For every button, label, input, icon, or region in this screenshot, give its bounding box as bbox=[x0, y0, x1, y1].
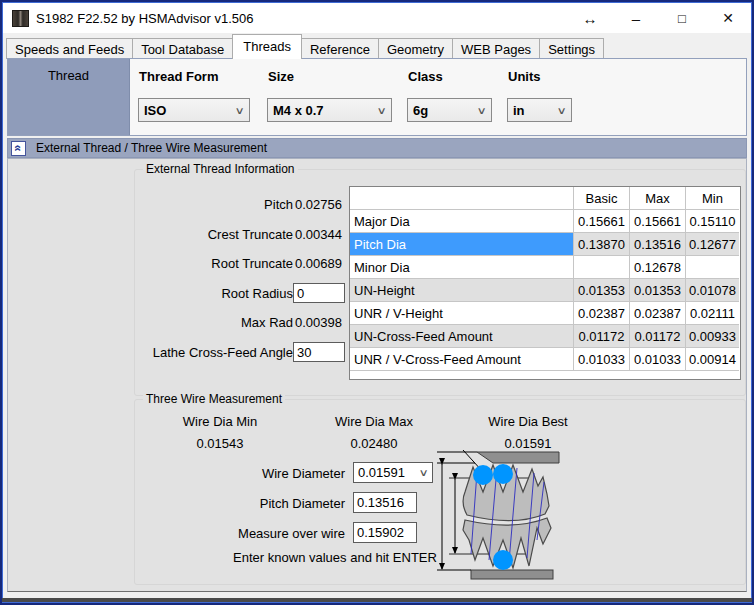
table-cell bbox=[686, 256, 739, 279]
units-select[interactable]: in ∨ bbox=[507, 98, 572, 122]
table-row-pitch-dia[interactable]: Pitch Dia bbox=[350, 233, 574, 256]
thread-panel-label: Thread bbox=[8, 59, 130, 135]
wire-dia-best-label: Wire Dia Best bbox=[453, 414, 603, 429]
lathe-angle-input[interactable] bbox=[293, 342, 345, 362]
size-value: M4 x 0.7 bbox=[273, 103, 324, 118]
table-cell: 0.15661 bbox=[574, 210, 630, 233]
wire-dia-min-value: 0.01543 bbox=[145, 436, 295, 451]
app-icon bbox=[12, 10, 29, 27]
wire-bottom bbox=[493, 550, 513, 570]
thread-panel: Thread Thread Form ISO ∨ Size M4 x 0.7 ∨… bbox=[7, 58, 747, 136]
root-truncate-value: 0.00689 bbox=[295, 256, 342, 271]
thread-dimensions-table: Basic Max Min Major Dia 0.15661 0.15661 … bbox=[349, 186, 741, 380]
table-header-max: Max bbox=[630, 187, 686, 210]
max-rad-label: Max Rad bbox=[241, 315, 293, 330]
chevron-down-icon: ∨ bbox=[418, 467, 428, 478]
wire-dia-max-value: 0.02480 bbox=[299, 436, 449, 451]
table-row-major-dia[interactable]: Major Dia bbox=[350, 210, 574, 233]
external-thread-info-title: External Thread Information bbox=[143, 162, 298, 176]
three-wire-group: Three Wire Measurement Wire Dia Min 0.01… bbox=[134, 399, 746, 585]
table-cell: 0.01033 bbox=[630, 348, 686, 371]
lathe-angle-row: Lathe Cross-Feed Angle bbox=[135, 342, 355, 362]
wire-top-left bbox=[473, 465, 493, 485]
measure-over-wire-label: Measure over wire bbox=[135, 526, 345, 541]
chevron-down-icon: ∨ bbox=[476, 105, 486, 116]
table-row-un-cross-feed[interactable]: UN-Cross-Feed Amount bbox=[350, 325, 574, 348]
wire-dia-max-label: Wire Dia Max bbox=[299, 414, 449, 429]
class-select[interactable]: 6g ∨ bbox=[407, 98, 492, 122]
max-rad-value: 0.00398 bbox=[295, 315, 342, 330]
size-select[interactable]: M4 x 0.7 ∨ bbox=[267, 98, 392, 122]
root-radius-label: Root Radius bbox=[221, 286, 293, 301]
table-cell: 0.00933 bbox=[686, 325, 739, 348]
tab-web-pages[interactable]: WEB Pages bbox=[452, 38, 540, 59]
main-content: External Thread Information Pitch 0.0275… bbox=[7, 158, 747, 592]
table-cell: 0.12677 bbox=[686, 233, 739, 256]
tab-geometry[interactable]: Geometry bbox=[378, 38, 453, 59]
three-wire-title: Three Wire Measurement bbox=[143, 392, 285, 406]
class-label: Class bbox=[408, 69, 443, 84]
pitch-diameter-input[interactable] bbox=[353, 492, 417, 513]
root-truncate-label: Root Truncate bbox=[211, 256, 293, 271]
thread-form-value: ISO bbox=[144, 103, 166, 118]
crest-truncate-row: Crest Truncate 0.00344 bbox=[135, 224, 355, 244]
units-label: Units bbox=[508, 69, 541, 84]
table-cell bbox=[574, 256, 630, 279]
units-value: in bbox=[513, 103, 525, 118]
pitch-row: Pitch 0.02756 bbox=[135, 194, 355, 214]
table-cell: 0.01353 bbox=[574, 279, 630, 302]
table-cell: 0.02387 bbox=[574, 302, 630, 325]
size-label: Size bbox=[268, 69, 294, 84]
thread-form-field: Thread Form ISO ∨ bbox=[138, 59, 250, 135]
wire-diameter-select[interactable]: 0.01591 ∨ bbox=[353, 462, 433, 483]
close-button[interactable]: ✕ bbox=[705, 4, 751, 32]
section-header: « External Thread / Three Wire Measureme… bbox=[7, 138, 747, 158]
table-row-unr-v-cross-feed[interactable]: UNR / V-Cross-Feed Amount bbox=[350, 348, 574, 371]
external-thread-info-group: External Thread Information Pitch 0.0275… bbox=[134, 169, 746, 396]
table-cell: 0.13516 bbox=[630, 233, 686, 256]
table-cell: 0.01172 bbox=[630, 325, 686, 348]
table-cell: 0.01078 bbox=[686, 279, 739, 302]
window-title: S1982 F22.52 by HSMAdvisor v1.506 bbox=[36, 11, 254, 26]
tab-settings[interactable]: Settings bbox=[539, 38, 604, 59]
table-row-un-height[interactable]: UN-Height bbox=[350, 279, 574, 302]
class-field: Class 6g ∨ bbox=[407, 59, 492, 135]
resize-arrows-icon[interactable]: ↔ bbox=[567, 4, 613, 32]
tab-bar: Speeds and Feeds Tool Database Threads R… bbox=[3, 33, 751, 59]
tab-speeds-and-feeds[interactable]: Speeds and Feeds bbox=[6, 38, 133, 59]
bottom-edge bbox=[2, 598, 752, 602]
tab-tool-database[interactable]: Tool Database bbox=[132, 38, 233, 59]
table-cell: 0.01172 bbox=[574, 325, 630, 348]
measure-over-wire-input[interactable] bbox=[353, 522, 417, 543]
table-cell: 0.12678 bbox=[630, 256, 686, 279]
chevron-down-icon: ∨ bbox=[556, 105, 566, 116]
three-wire-diagram bbox=[435, 448, 605, 584]
maximize-button[interactable]: □ bbox=[659, 4, 705, 32]
table-row-minor-dia[interactable]: Minor Dia bbox=[350, 256, 574, 279]
table-header-basic: Basic bbox=[574, 187, 630, 210]
wire-dia-min-label: Wire Dia Min bbox=[145, 414, 295, 429]
crest-truncate-value: 0.00344 bbox=[295, 227, 342, 242]
wire-top-right bbox=[493, 464, 513, 484]
tab-threads[interactable]: Threads bbox=[232, 34, 302, 59]
table-cell: 0.01033 bbox=[574, 348, 630, 371]
wire-diameter-label: Wire Diameter bbox=[135, 466, 345, 481]
max-rad-row: Max Rad 0.00398 bbox=[135, 312, 355, 332]
table-cell: 0.01353 bbox=[630, 279, 686, 302]
table-cell: 0.02387 bbox=[630, 302, 686, 325]
pitch-label: Pitch bbox=[264, 197, 293, 212]
collapse-button[interactable]: « bbox=[11, 141, 26, 156]
root-truncate-row: Root Truncate 0.00689 bbox=[135, 253, 355, 273]
minimize-button[interactable]: – bbox=[613, 4, 659, 32]
section-title: External Thread / Three Wire Measurement bbox=[36, 141, 267, 155]
window-controls: ↔ – □ ✕ bbox=[567, 4, 751, 32]
thread-form-select[interactable]: ISO ∨ bbox=[138, 98, 250, 122]
tab-reference[interactable]: Reference bbox=[301, 38, 379, 59]
root-radius-input[interactable] bbox=[293, 283, 345, 303]
lathe-angle-label: Lathe Cross-Feed Angle bbox=[153, 345, 293, 360]
table-cell: 0.00914 bbox=[686, 348, 739, 371]
chevron-down-icon: ∨ bbox=[234, 105, 244, 116]
chevron-down-icon: ∨ bbox=[376, 105, 386, 116]
table-row-unr-v-height[interactable]: UNR / V-Height bbox=[350, 302, 574, 325]
class-value: 6g bbox=[413, 103, 428, 118]
